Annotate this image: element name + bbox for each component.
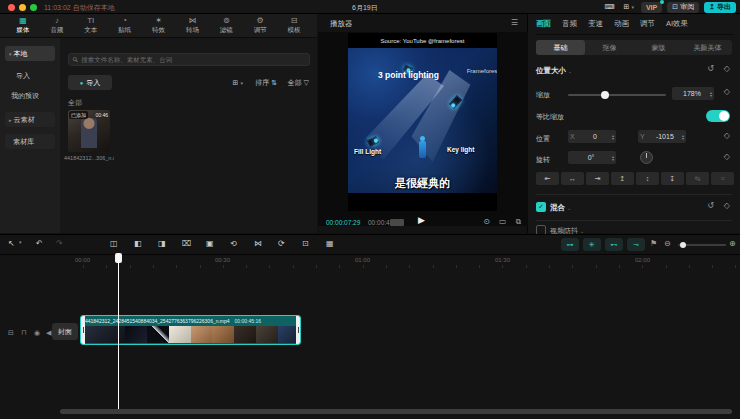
subtab-basic[interactable]: 基础 — [536, 40, 585, 55]
scale-slider[interactable] — [568, 94, 666, 96]
sidebar-item-local[interactable]: ▾本地 — [5, 46, 55, 61]
tab-ai-effects[interactable]: AI效果 — [666, 19, 688, 29]
import-button[interactable]: ●导入 — [68, 75, 112, 90]
hide-track-icon[interactable]: ◉ — [34, 329, 40, 337]
timeline-ruler[interactable]: 00:00 00:30 01:00 01:30 02:00 — [0, 256, 740, 268]
keyframe-icon[interactable]: ◇ — [724, 64, 730, 73]
reverse-icon[interactable]: ⟲ — [230, 239, 237, 248]
layout-switch-button[interactable]: ⊞▾ — [622, 2, 636, 13]
align-hcenter-icon[interactable]: ↔ — [561, 172, 584, 185]
rotate-value-field[interactable]: 0°▴▾ — [568, 151, 616, 164]
freeze-frame-icon[interactable]: ▣ — [206, 239, 214, 248]
sidebar-item-presets[interactable]: 我的预设 — [5, 88, 55, 103]
link-toggle-icon[interactable]: ⊷ — [605, 238, 623, 251]
filter-button[interactable]: 全部▽ — [288, 75, 309, 90]
uniform-scale-toggle[interactable] — [706, 110, 730, 122]
zoom-window-button[interactable] — [30, 4, 37, 11]
review-button[interactable]: ⊡审阅 — [667, 2, 699, 13]
split-right-icon[interactable]: ◨ — [158, 239, 166, 248]
reset-icon[interactable]: ↺ — [707, 64, 714, 73]
zoom-out-icon[interactable]: ⊖ — [664, 239, 671, 248]
video-preview[interactable]: Source: YouTube @frameforest 3 point lig… — [348, 33, 497, 211]
horizontal-scrollbar[interactable] — [60, 409, 732, 414]
search-bar[interactable]: ⚲ — [68, 53, 310, 66]
cover-button[interactable]: 封面 — [52, 323, 78, 340]
keyframe-icon[interactable]: ◇ — [724, 152, 730, 161]
position-y-field[interactable]: Y-1015▴▾ — [638, 130, 686, 143]
magnetic-snap-toggle-icon[interactable]: ✳ — [583, 238, 601, 251]
snapshot-icon[interactable]: ⊙ — [484, 217, 490, 226]
collapse-track-icon[interactable]: ⊟ — [8, 329, 14, 337]
tab-transitions[interactable]: ⋈转场 — [177, 14, 207, 37]
subtab-beauty[interactable]: 美颜美体 — [683, 40, 732, 55]
delete-icon[interactable]: ⌧ — [182, 239, 191, 248]
rotate-clip-icon[interactable]: ⟳ — [278, 239, 285, 248]
select-tool-icon[interactable]: ↖ — [8, 239, 15, 248]
zoom-slider-knob[interactable] — [680, 242, 686, 248]
reset-icon[interactable]: ↺ — [707, 201, 714, 210]
tab-effects[interactable]: ✶特效 — [144, 14, 174, 37]
blend-checkbox[interactable]: ✓ — [536, 202, 546, 212]
sidebar-item-cloud[interactable]: ▸云素材 — [5, 112, 55, 127]
timeline-zoom-slider[interactable] — [678, 244, 726, 246]
close-window-button[interactable] — [8, 4, 15, 11]
clip-trim-handle-left[interactable] — [81, 316, 85, 344]
tab-animation[interactable]: 动画 — [614, 19, 629, 29]
split-icon[interactable]: ◫ — [110, 239, 118, 248]
clip-trim-handle-right[interactable] — [296, 316, 300, 344]
step-down-icon[interactable]: ▾ — [710, 94, 712, 97]
auto-scroll-toggle-icon[interactable]: ⊸ — [627, 238, 645, 251]
tab-speed[interactable]: 变速 — [588, 19, 603, 29]
playhead-line[interactable] — [118, 255, 119, 409]
keyframe-icon[interactable]: ◇ — [724, 201, 730, 210]
zoom-in-icon[interactable]: ⊕ — [729, 239, 736, 248]
tab-templates[interactable]: ⊟模板 — [279, 14, 309, 37]
align-vcenter-icon[interactable]: ↕ — [636, 172, 659, 185]
minimize-window-button[interactable] — [19, 4, 26, 11]
player-menu-icon[interactable]: ☰ — [511, 18, 518, 27]
mute-track-icon[interactable]: ◀ — [46, 329, 51, 337]
view-mode-dropdown[interactable]: ⊞▾ — [233, 75, 243, 90]
lock-track-icon[interactable]: ⊓ — [21, 329, 26, 337]
media-thumbnail[interactable]: 已添加 00:46 — [68, 110, 110, 152]
subtab-mask[interactable]: 蒙版 — [634, 40, 683, 55]
search-input[interactable] — [81, 56, 305, 63]
ratio-icon[interactable]: ▭ — [499, 217, 506, 226]
keyframe-icon[interactable]: ◇ — [724, 87, 730, 96]
tab-picture[interactable]: 画面 — [536, 19, 551, 29]
marker-icon[interactable]: ⚑ — [650, 239, 657, 248]
mirror-icon[interactable]: ⋈ — [254, 239, 262, 248]
align-bottom-icon[interactable]: ↧ — [661, 172, 684, 185]
video-clip[interactable]: 441842312_2428451540884034_2542776363796… — [80, 315, 301, 345]
shortcut-keyboard-button[interactable]: ⌨ — [602, 2, 616, 13]
extract-frame-icon[interactable]: ▦ — [326, 239, 334, 248]
chevron-icon[interactable]: ⌄ — [568, 68, 572, 74]
scale-slider-knob[interactable] — [601, 91, 609, 99]
chevron-down-icon[interactable]: ▾ — [19, 239, 22, 245]
tab-text[interactable]: TI文本 — [76, 14, 106, 37]
align-right-icon[interactable]: ⇥ — [586, 172, 609, 185]
tab-adjust[interactable]: ⚙调节 — [245, 14, 275, 37]
keyframe-icon[interactable]: ◇ — [724, 131, 730, 140]
tab-audio[interactable]: ♪音频 — [42, 14, 72, 37]
play-button[interactable]: ▶ — [418, 215, 425, 225]
fullscreen-icon[interactable]: ⧉ — [516, 217, 521, 227]
sidebar-item-import[interactable]: 导入 — [5, 68, 55, 83]
tab-media[interactable]: ▦媒体 — [8, 14, 38, 37]
export-button[interactable]: ↥导出 — [704, 2, 736, 13]
sort-button[interactable]: 排序⇅ — [255, 75, 277, 90]
tab-adjustment[interactable]: 调节 — [640, 19, 655, 29]
scale-value-field[interactable]: 178%▴▾ — [672, 87, 714, 100]
preview-axis-toggle-icon[interactable]: ⊶ — [561, 238, 579, 251]
position-x-field[interactable]: X0▴▾ — [568, 130, 616, 143]
vip-button[interactable]: VIP — [641, 2, 662, 13]
undo-icon[interactable]: ↶ — [36, 239, 43, 248]
subtab-cutout[interactable]: 抠像 — [585, 40, 634, 55]
align-left-icon[interactable]: ⇤ — [536, 172, 559, 185]
tab-audio-settings[interactable]: 音频 — [562, 19, 577, 29]
sidebar-item-library[interactable]: 素材库 — [5, 134, 55, 149]
split-left-icon[interactable]: ◧ — [134, 239, 142, 248]
tab-sticker[interactable]: ◔贴纸 — [110, 14, 140, 37]
align-top-icon[interactable]: ↥ — [611, 172, 634, 185]
crop-icon[interactable]: ⊡ — [302, 239, 309, 248]
